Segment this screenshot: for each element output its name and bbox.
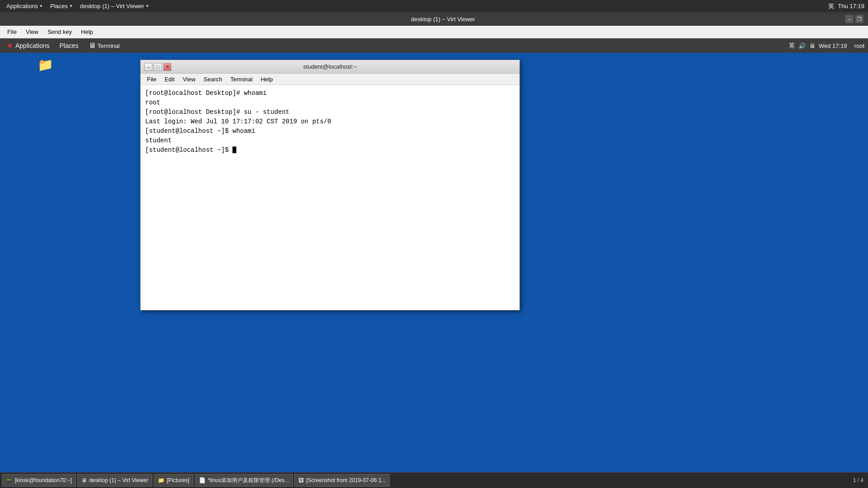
host-task-linux-doc-icon: 📄 xyxy=(199,477,206,483)
guest-applications-label: Applications xyxy=(15,42,50,49)
guest-lang-indicator: 英 xyxy=(789,42,795,50)
host-applications-chevron: ▼ xyxy=(39,4,43,8)
terminal-menu-view[interactable]: View xyxy=(179,75,199,83)
guest-places-label: Places xyxy=(60,42,79,49)
terminal-line: [student@localhost ~]$ xyxy=(145,145,515,155)
desktop-folder-icon[interactable]: 📁 xyxy=(34,57,57,78)
folder-icon: 📁 xyxy=(38,57,53,72)
host-taskbar-right: 1 / 4 xyxy=(853,477,866,483)
terminal-menu-help[interactable]: Help xyxy=(257,75,277,83)
terminal-minimize-btn[interactable]: – xyxy=(144,63,152,71)
guest-panel-right: 英 🔊 🖥 Wed 17:19 root xyxy=(789,42,864,50)
host-task-virt-label: desktop (1) – Virt Viewer xyxy=(89,477,148,483)
host-task-screenshot-label: [Screenshot from 2019-07-06 1... xyxy=(306,477,386,483)
host-applications-label: Applications xyxy=(6,3,38,9)
terminal-title-text: student@localhost:~ xyxy=(171,63,489,70)
guest-panel-left: Applications Places 🖥 Terminal xyxy=(4,40,124,52)
virt-win-controls: – ❐ xyxy=(845,15,863,23)
terminal-content[interactable]: [root@localhost Desktop]# whoamiroot[roo… xyxy=(141,85,519,310)
virt-viewer-window: desktop (1) – Virt Viewer – ❐ File View … xyxy=(0,12,868,488)
vm-desktop: 📁 – □ ✕ student@localhost:~ File xyxy=(0,53,868,474)
host-window-title: desktop (1) – Virt Viewer xyxy=(80,3,144,9)
terminal-close-btn[interactable]: ✕ xyxy=(163,63,171,71)
guest-applications-menu[interactable]: Applications xyxy=(4,40,54,51)
virt-menu-send-key[interactable]: Send key xyxy=(44,28,75,36)
host-places-menu[interactable]: Places ▼ xyxy=(47,2,75,10)
host-task-kiosk-icon: 📟 xyxy=(6,477,13,483)
terminal-maximize-btn[interactable]: □ xyxy=(154,63,162,71)
terminal-line: [root@localhost Desktop]# whoami xyxy=(145,89,515,98)
host-task-linux-doc-label: *linux添加用户及权限管理 (/Des... xyxy=(208,477,289,484)
host-task-virt-icon: 🖥 xyxy=(81,477,87,483)
host-task-pictures-label: [Pictures] xyxy=(167,477,189,483)
host-time: Thu 17:19 xyxy=(838,3,864,9)
terminal-line: Last login: Wed Jul 10 17:17:02 CST 2019… xyxy=(145,117,515,127)
host-task-pictures-icon: 📁 xyxy=(158,477,165,483)
guest-terminal-label: Terminal xyxy=(98,42,120,49)
virt-minimize-button[interactable]: – xyxy=(845,15,854,23)
guest-time: Wed 17:19 xyxy=(819,42,847,49)
guest-panel: Applications Places 🖥 Terminal 英 🔊 🖥 Wed… xyxy=(0,38,868,53)
applications-dot-icon xyxy=(8,44,12,47)
terminal-window: – □ ✕ student@localhost:~ File Edit View… xyxy=(140,60,520,310)
terminal-line: student xyxy=(145,136,515,145)
virt-menu-view[interactable]: View xyxy=(22,28,42,36)
guest-screen-icon: 🖥 xyxy=(809,42,815,49)
host-lang-indicator: 英 xyxy=(828,2,834,10)
host-task-virt-viewer[interactable]: 🖥 desktop (1) – Virt Viewer xyxy=(77,474,152,487)
terminal-menu: File Edit View Search Terminal Help xyxy=(141,74,519,85)
terminal-icon: 🖥 xyxy=(89,42,96,50)
virt-menu-bar: File View Send key Help xyxy=(0,26,868,38)
terminal-win-controls: – □ ✕ xyxy=(144,63,171,71)
terminal-line: [student@localhost ~]$ whoami xyxy=(145,127,515,136)
terminal-title-bar: – □ ✕ student@localhost:~ xyxy=(141,60,519,74)
host-task-kiosk[interactable]: 📟 [kiosk@foundation70:~] xyxy=(2,474,76,487)
guest-user: root xyxy=(854,42,864,49)
host-taskbar: 📟 [kiosk@foundation70:~] 🖥 desktop (1) –… xyxy=(0,472,868,488)
virt-menu-file[interactable]: File xyxy=(4,28,20,36)
terminal-line: [root@localhost Desktop]# su - student xyxy=(145,108,515,117)
virt-menu-help[interactable]: Help xyxy=(77,28,97,36)
host-window-chevron: ▼ xyxy=(146,4,149,8)
host-task-linux-doc[interactable]: 📄 *linux添加用户及权限管理 (/Des... xyxy=(195,474,293,487)
host-places-label: Places xyxy=(50,3,68,9)
vm-content: Applications Places 🖥 Terminal 英 🔊 🖥 Wed… xyxy=(0,38,868,488)
terminal-menu-file[interactable]: File xyxy=(143,75,160,83)
terminal-menu-edit[interactable]: Edit xyxy=(161,75,178,83)
host-task-pictures[interactable]: 📁 [Pictures] xyxy=(154,474,193,487)
host-applications-menu[interactable]: Applications ▼ xyxy=(4,2,46,10)
virt-viewer-title: desktop (1) – Virt Viewer xyxy=(41,16,845,23)
guest-terminal-tab[interactable]: 🖥 Terminal xyxy=(84,40,124,52)
host-topbar: Applications ▼ Places ▼ desktop (1) – Vi… xyxy=(0,0,868,12)
host-places-chevron: ▼ xyxy=(69,4,73,8)
guest-places-menu[interactable]: Places xyxy=(55,40,83,51)
terminal-menu-terminal[interactable]: Terminal xyxy=(227,75,256,83)
terminal-menu-search[interactable]: Search xyxy=(200,75,226,83)
host-page-indicator: 1 / 4 xyxy=(853,477,863,483)
host-task-screenshot-icon: 🖼 xyxy=(298,477,304,483)
guest-volume-icon: 🔊 xyxy=(798,42,806,49)
host-window-taskbar-item[interactable]: desktop (1) – Virt Viewer ▼ xyxy=(77,2,152,10)
virt-viewer-titlebar: desktop (1) – Virt Viewer – ❐ xyxy=(0,12,868,26)
host-topbar-right: 英 Thu 17:19 xyxy=(828,2,864,10)
virt-maximize-button[interactable]: ❐ xyxy=(855,15,863,23)
host-task-screenshot[interactable]: 🖼 [Screenshot from 2019-07-06 1... xyxy=(294,474,390,487)
host-task-kiosk-label: [kiosk@foundation70:~] xyxy=(15,477,72,483)
host-topbar-left: Applications ▼ Places ▼ desktop (1) – Vi… xyxy=(4,2,152,10)
terminal-line: root xyxy=(145,98,515,108)
